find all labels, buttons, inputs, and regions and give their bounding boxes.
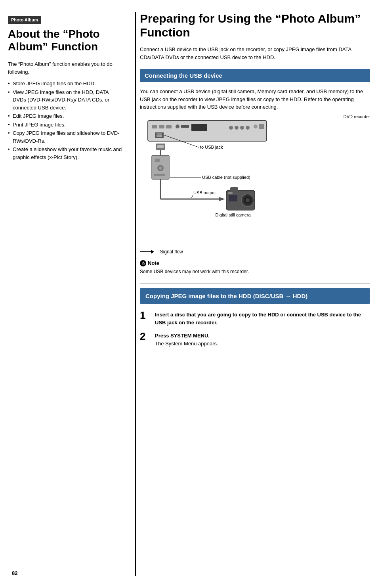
svg-text:Digital still camera: Digital still camera <box>215 213 251 217</box>
usb-connection-diagram: USB to USB jack USB cable (not supp <box>140 120 370 243</box>
note-icon: ⚠ <box>140 260 146 266</box>
page: Photo Album About the “Photo Album” Func… <box>0 0 378 588</box>
svg-rect-3 <box>166 125 172 128</box>
left-title: About the “Photo Album” Function <box>8 28 123 53</box>
section-tag: Photo Album <box>8 16 41 24</box>
svg-rect-18 <box>157 145 164 148</box>
svg-point-7 <box>229 126 233 130</box>
list-item: Store JPEG image files on the HDD. <box>8 80 123 88</box>
svg-point-10 <box>246 126 250 130</box>
note-section: ⚠ Note Some USB devices may not work wit… <box>140 260 370 275</box>
dvd-label: DVD recorder <box>140 114 370 119</box>
section-divider <box>140 283 370 283</box>
svg-marker-29 <box>219 197 225 201</box>
right-column: Preparing for Using the “Photo Album” Fu… <box>135 12 370 576</box>
list-item: Edit JPEG image files. <box>8 112 123 120</box>
section1-header: Connecting the USB device <box>140 69 370 82</box>
svg-rect-5 <box>181 125 189 128</box>
step-2-subtext: The System Menu appears. <box>155 341 218 347</box>
section2-header: Copying JPEG image files to the HDD (DIS… <box>140 288 370 304</box>
svg-text:USB cable (not supplied): USB cable (not supplied) <box>202 175 250 180</box>
step-1-number: 1 <box>140 310 149 320</box>
svg-rect-2 <box>159 125 164 128</box>
svg-rect-6 <box>191 124 207 131</box>
svg-rect-12 <box>259 124 264 129</box>
step-1-strong: Insert a disc that you are going to copy… <box>155 312 361 326</box>
svg-rect-23 <box>154 174 165 176</box>
signal-flow-label: : Signal flow <box>157 249 183 255</box>
section1-text: You can connect a USB device (digital st… <box>140 88 370 111</box>
signal-arrow-icon <box>140 249 154 255</box>
svg-point-8 <box>235 126 239 130</box>
list-item: Copy JPEG image files and slideshow to D… <box>8 129 123 145</box>
svg-line-31 <box>191 195 193 198</box>
svg-text:USB: USB <box>157 134 162 137</box>
svg-rect-20 <box>155 159 160 162</box>
left-column: Photo Album About the “Photo Album” Func… <box>8 12 135 576</box>
step-1-text: Insert a disc that you are going to copy… <box>155 310 370 326</box>
svg-rect-37 <box>228 192 233 194</box>
note-label: Note <box>148 260 159 266</box>
svg-rect-33 <box>230 187 238 191</box>
step-2-number: 2 <box>140 331 149 341</box>
svg-rect-0 <box>148 121 267 141</box>
svg-text:USB output: USB output <box>193 190 216 195</box>
feature-list: Store JPEG image files on the HDD. View … <box>8 80 123 161</box>
page-number: 82 <box>12 570 17 576</box>
signal-flow: : Signal flow <box>140 249 370 255</box>
svg-point-11 <box>254 124 258 128</box>
step-2-strong: Press SYSTEM MENU. <box>155 333 210 339</box>
step-1: 1 Insert a disc that you are going to co… <box>140 310 370 326</box>
step-2: 2 Press SYSTEM MENU. The System Menu app… <box>140 331 370 347</box>
usb-jack-label: to USB jack <box>200 145 223 149</box>
svg-point-9 <box>240 126 244 130</box>
list-item: Create a slideshow with your favorite mu… <box>8 146 123 161</box>
right-intro: Connect a USB device to the USB jack on … <box>140 46 370 61</box>
left-intro: The “Photo Album” function enables you t… <box>8 60 123 76</box>
svg-rect-4 <box>176 124 179 128</box>
note-text: Some USB devices may not work with this … <box>140 268 370 275</box>
diagram-svg: USB to USB jack USB cable (not supp <box>140 120 286 243</box>
svg-point-22 <box>159 167 162 170</box>
list-item: Print JPEG image files. <box>8 121 123 129</box>
list-item: View JPEG image files on the HDD, DATA D… <box>8 88 123 112</box>
right-main-title: Preparing for Using the “Photo Album” Fu… <box>140 12 370 39</box>
note-title: ⚠ Note <box>140 260 370 266</box>
step-2-text: Press SYSTEM MENU. The System Menu appea… <box>155 331 218 347</box>
svg-point-36 <box>246 198 250 202</box>
svg-rect-1 <box>152 125 157 128</box>
svg-rect-38 <box>229 195 237 201</box>
